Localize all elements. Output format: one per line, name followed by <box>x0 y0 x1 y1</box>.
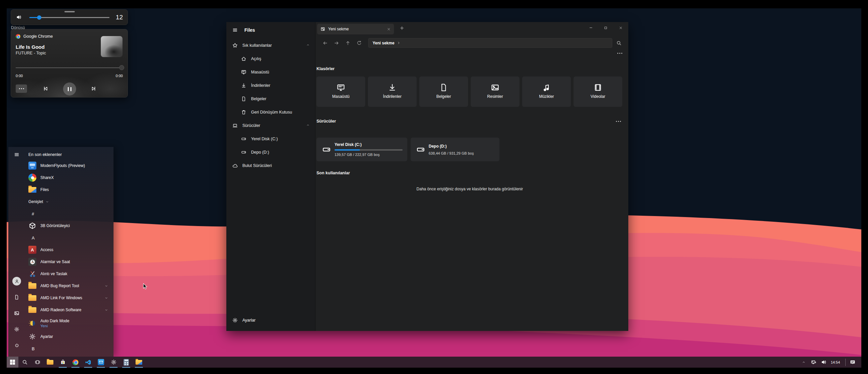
search-icon[interactable] <box>612 38 626 48</box>
folder-card-belgeler[interactable]: Belgeler <box>419 76 468 107</box>
files-content: Yeni sekme Yeni sekme <box>315 22 628 331</box>
volume-slider-knob[interactable] <box>37 15 41 20</box>
folder-card-resimler[interactable]: Resimler <box>471 76 520 107</box>
sidebar-item-bulut-s-r-c-leri[interactable]: Bulut Sürücüleri <box>226 159 315 172</box>
start-app-ayarlar[interactable]: Ayarlar <box>27 331 112 343</box>
hdd-icon <box>241 136 246 142</box>
start-app-modernflyouts-preview-[interactable]: ModernFlyouts (Preview) <box>27 160 112 172</box>
show-desktop-button[interactable] <box>858 356 860 368</box>
3d-viewer-icon <box>28 222 36 230</box>
folder-card-videolar[interactable]: Videolar <box>574 76 622 107</box>
new-tab-button[interactable] <box>400 26 404 30</box>
address-bar[interactable]: Yeni sekme <box>368 38 612 48</box>
folder-card-m-zikler[interactable]: Müzikler <box>522 76 571 107</box>
microsoft-store-button[interactable] <box>56 356 69 368</box>
start-app-al-nt-ve-taslak[interactable]: Alıntı ve Taslak <box>27 268 112 280</box>
start-app-3b-g-r-nt-leyici[interactable]: 3B Görüntüleyici <box>27 220 112 232</box>
sidebar-item-s-k-kullan-lanlar[interactable]: Sık kullanılanlar <box>226 39 315 52</box>
drive-card-c[interactable]: Yerel Disk (C:)139,57 GB / 222,97 GB boş <box>316 137 407 161</box>
files-app-button[interactable] <box>132 356 145 368</box>
forward-button[interactable] <box>331 38 342 48</box>
drives-section-title: Sürücüler <box>316 119 336 124</box>
start-app-label: 3B Görüntüleyici <box>40 223 70 228</box>
previous-track-icon[interactable] <box>43 86 49 92</box>
tray-chevron-up-icon[interactable] <box>799 356 808 368</box>
clock[interactable]: 14:54 <box>829 360 843 364</box>
start-letter-header[interactable]: B <box>27 343 112 355</box>
sidebar-item-depo-d-[interactable]: Depo (D:) <box>226 146 315 159</box>
start-button[interactable] <box>7 356 18 368</box>
volume-slider[interactable] <box>29 17 110 18</box>
pictures-button[interactable] <box>8 305 25 321</box>
sidebar-item-yerel-disk-c-[interactable]: Yerel Disk (C:) <box>226 132 315 146</box>
file-explorer-button[interactable] <box>44 356 56 368</box>
maximize-button[interactable] <box>598 22 613 33</box>
next-track-icon[interactable] <box>91 86 96 92</box>
back-button[interactable] <box>319 38 331 48</box>
start-app-amd-radeon-software[interactable]: AMD Radeon Software <box>27 304 112 316</box>
sidebar-item-geri-d-n-m-kutusu[interactable]: Geri Dönüşüm Kutusu <box>226 105 315 119</box>
network-icon[interactable] <box>809 356 818 368</box>
start-app-files[interactable]: Files <box>27 184 112 196</box>
media-app-name: Google Chrome <box>23 34 53 39</box>
files-settings-button[interactable]: Ayarlar <box>226 314 315 327</box>
start-app-access[interactable]: AAccess <box>27 244 112 256</box>
chrome-button[interactable] <box>69 356 82 368</box>
tab-label: Yeni sekme <box>328 27 384 31</box>
sidebar-item-masa-st-[interactable]: Masaüstü <box>226 65 315 79</box>
chevron-up-icon[interactable] <box>306 43 310 48</box>
sidebar-item-i-ndirilenler[interactable]: İndirilenler <box>226 79 315 92</box>
gear-icon <box>28 333 36 341</box>
breadcrumb[interactable]: Yeni sekme <box>373 41 394 45</box>
tab-close-icon[interactable] <box>387 27 391 31</box>
refresh-button[interactable] <box>353 38 365 48</box>
hamburger-icon[interactable] <box>12 150 21 159</box>
tab-yeni-sekme[interactable]: Yeni sekme <box>317 24 394 34</box>
start-app-auto-dark-mode[interactable]: Auto Dark ModeYeni <box>27 316 112 331</box>
vscode-button[interactable] <box>82 356 94 368</box>
pause-button[interactable] <box>63 83 76 95</box>
taskbar: 14:54 <box>7 356 861 368</box>
settings-button[interactable] <box>8 321 25 337</box>
action-center-icon[interactable] <box>848 356 857 368</box>
chevron-down-icon[interactable] <box>104 284 108 288</box>
chevron-down-icon[interactable] <box>104 296 108 300</box>
seek-bar[interactable] <box>16 67 123 68</box>
drive-name: Yerel Disk (C:) <box>335 142 403 147</box>
chevron-up-icon[interactable] <box>306 123 310 128</box>
mail-button[interactable] <box>94 356 107 368</box>
folder-card-label: Masaüstü <box>332 94 349 99</box>
start-app-amd-bug-report-tool[interactable]: AMD Bug Report Tool <box>27 280 112 292</box>
settings-taskbar-button[interactable] <box>107 356 120 368</box>
chevron-down-icon[interactable] <box>104 308 108 312</box>
account-button[interactable] <box>8 273 25 289</box>
seek-knob[interactable] <box>119 65 124 70</box>
documents-button[interactable] <box>8 289 25 305</box>
calculator-button[interactable] <box>120 356 132 368</box>
taskbar-search-button[interactable] <box>18 356 31 368</box>
start-letter-header[interactable]: # <box>27 208 112 220</box>
media-more-button[interactable] <box>16 85 27 93</box>
chevron-right-icon[interactable] <box>397 41 401 45</box>
folder-card-i-ndirilenler[interactable]: İndirilenler <box>368 76 416 107</box>
drives-more-button[interactable] <box>616 121 621 122</box>
start-app-alarmlar-ve-saat[interactable]: Alarmlar ve Saat <box>27 256 112 268</box>
minimize-button[interactable] <box>583 22 598 33</box>
close-button[interactable] <box>613 22 628 33</box>
start-letter-header[interactable]: A <box>27 232 112 244</box>
up-button[interactable] <box>342 38 353 48</box>
start-app-amd-link-for-windows[interactable]: AMD Link For Windows <box>27 292 112 304</box>
folder-card-masa-st-[interactable]: Masaüstü <box>316 76 365 107</box>
start-expand-button[interactable]: Genişlet <box>27 196 112 208</box>
speaker-icon[interactable] <box>16 14 22 20</box>
task-view-button[interactable] <box>31 356 44 368</box>
hamburger-icon[interactable] <box>232 27 238 33</box>
drive-card-d[interactable]: Depo (D:)638,44 GB / 931,29 GB boş <box>411 137 499 161</box>
sidebar-item-a-l-[interactable]: Açılış <box>226 52 315 65</box>
tray-speaker-icon[interactable] <box>819 356 828 368</box>
sidebar-item-belgeler[interactable]: Belgeler <box>226 92 315 105</box>
sidebar-item-s-r-c-ler[interactable]: Sürücüler <box>226 119 315 132</box>
start-app-sharex[interactable]: ShareX <box>27 172 112 184</box>
power-button[interactable] <box>8 337 25 353</box>
flyout-drag-handle[interactable] <box>64 11 75 12</box>
